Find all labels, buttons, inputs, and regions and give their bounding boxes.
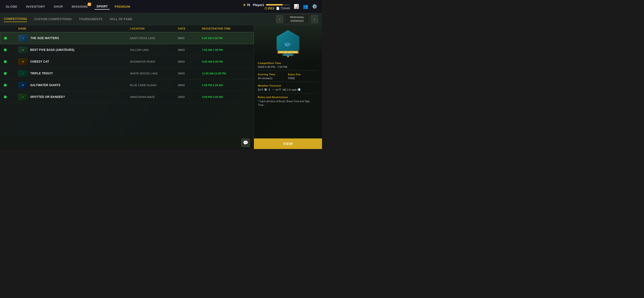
comp-name-5: SALTWATER GIANTS <box>30 83 60 87</box>
comp-name-4: TRIPLE TROUT! <box>30 72 53 75</box>
nav-item-missions[interactable]: MISSIONS 78 <box>70 4 90 9</box>
comp-logo-4: 🎣 <box>18 70 28 77</box>
active-indicator-6 <box>4 95 7 98</box>
comp-logo-6: 🐟 <box>18 94 28 100</box>
details-info: Competition Time 03/09 5:00 PM - 7:00 PM… <box>254 59 322 138</box>
row-indicator-5 <box>4 84 18 87</box>
chat-icon-container: 💬 <box>0 136 254 149</box>
nav-item-premium[interactable]: PREMIUM <box>114 5 130 9</box>
comp-date-4: 09/03 <box>178 72 202 75</box>
competition-row-best-five-bass[interactable]: 🐠 BEST FIVE BASS (AMATEURS) FALCON LAKE … <box>0 44 254 56</box>
top-icons: 📊 👥 ⚙️ <box>293 3 318 10</box>
comp-logo-1: 🐟 <box>18 35 28 42</box>
comp-date-2: 09/03 <box>178 49 202 51</box>
competition-row-triple-trout[interactable]: 🎣 TRIPLE TROUT! WHITE MOOSE LAKE 09/03 1… <box>0 68 254 79</box>
scoring-time-label: Scoring Time <box>258 73 288 76</box>
date-prev-button[interactable]: ‹ <box>276 15 283 23</box>
competition-row-size-matters[interactable]: 🐟 THE SIZE MATTERS SAINT-CROIX LAKE 09/0… <box>0 32 254 44</box>
comp-location-4: WHITE MOOSE LAKE <box>130 72 178 75</box>
comp-location-1: SAINT-CROIX LAKE <box>130 37 178 40</box>
active-indicator-2 <box>4 49 7 51</box>
active-indicator-4 <box>4 72 7 75</box>
scoring-entry-row: Scoring Time 30 minute(s) Entry Fee FREE <box>258 73 318 82</box>
xp-bar-container <box>266 4 290 6</box>
comp-logo-2: 🐠 <box>18 47 28 53</box>
nav-item-inventory[interactable]: INVENTORY <box>24 4 47 9</box>
date-nav: ‹ Wednesday, 03/09/2022 › <box>276 14 318 24</box>
badge-title: THE SIZE MATTERS <box>278 51 298 54</box>
player-stats: 2513 📄 719446 <box>264 7 290 10</box>
date-display: Wednesday, 03/09/2022 <box>285 14 309 24</box>
row-indicator-1 <box>4 37 18 40</box>
tab-competitions[interactable]: COMPETITIONS <box>4 16 27 22</box>
tab-tournaments[interactable]: TOURNAMENTS <box>79 17 102 22</box>
badge-star: ★ <box>286 54 290 58</box>
date-next-button[interactable]: › <box>311 15 318 23</box>
competition-time-label: Competition Time <box>258 62 318 65</box>
comp-time-1: 5:00 AM-5:00 PM <box>202 37 250 40</box>
tab-custom-competitions[interactable]: CUSTOM COMPETITIONS <box>34 17 72 22</box>
nav-item-sport[interactable]: SPORT <box>95 4 110 10</box>
header-indicator <box>4 27 18 30</box>
name-cell-1: 🐟 THE SIZE MATTERS <box>18 35 130 42</box>
comp-name-3: CHEESY CAT <box>30 60 49 63</box>
coin-balance: 2513 <box>264 7 274 10</box>
comp-time-5: 1:00 PM-1:00 AM <box>202 84 250 87</box>
entry-fee-value: FREE <box>288 77 318 80</box>
nav-item-globe[interactable]: GLOBE <box>4 4 20 9</box>
app-container: GLOBE INVENTORY SHOP MISSIONS 78 SPORT P… <box>0 0 322 149</box>
weather-wind: NE 2.0 mph 💨 <box>283 88 301 91</box>
tab-hall-of-fame[interactable]: HALL OF FAME <box>110 17 132 22</box>
leaderboard-icon[interactable]: 📊 <box>293 3 300 10</box>
comp-name-1: THE SIZE MATTERS <box>30 37 59 40</box>
xp-bar <box>266 4 283 6</box>
comp-badge-area: 🐟 THE SIZE MATTERS Saint-Croix ★ <box>254 25 322 59</box>
weather-label: Weather Forecast <box>258 84 318 87</box>
currency-balance: 📄 719446 <box>276 7 290 10</box>
comp-location-5: BLUE CRAB ISLAND <box>130 84 178 87</box>
comp-time-2: 7:00 AM-7:00 PM <box>202 49 250 51</box>
nav-links: GLOBE INVENTORY SHOP MISSIONS 78 SPORT P… <box>4 4 243 10</box>
competition-time-value: 03/09 5:00 PM - 7:00 PM <box>258 66 318 71</box>
rules-label: Rules and Restrictions <box>258 96 318 99</box>
row-indicator-3 <box>4 60 18 63</box>
comp-date-5: 09/03 <box>178 84 202 87</box>
main-content: Name Location Date Registration Time 🐟 T… <box>0 25 322 149</box>
competitions-panel: Name Location Date Registration Time 🐟 T… <box>0 25 254 149</box>
comp-location-2: FALCON LAKE <box>130 49 178 51</box>
row-indicator-2 <box>4 49 18 51</box>
comp-date-6: 10/03 <box>178 95 202 98</box>
competition-row-spotted-or-banded[interactable]: 🐟 SPOTTED OR BANDED? AMAZONIAN MAZE 10/0… <box>0 91 254 103</box>
comp-logo-3: 🐱 <box>18 58 28 65</box>
name-cell-5: 🌊 SALTWATER GIANTS <box>18 82 130 89</box>
player-info: 70 Player1 2513 📄 719446 <box>243 3 290 10</box>
table-header: Name Location Date Registration Time <box>0 25 254 32</box>
top-nav: GLOBE INVENTORY SHOP MISSIONS 78 SPORT P… <box>0 0 322 13</box>
view-button[interactable]: VIEW <box>254 138 322 149</box>
chat-icon[interactable]: 💬 <box>241 138 250 147</box>
player-name: 70 Player1 <box>243 3 290 7</box>
scoring-col: Scoring Time 30 minute(s) <box>258 73 288 80</box>
rules-text: * Catch all forms of Brook, Brown Trout … <box>258 100 318 107</box>
friends-icon[interactable]: 👥 <box>302 3 309 10</box>
row-indicator-6 <box>4 95 18 98</box>
nav-item-shop[interactable]: SHOP <box>52 4 65 9</box>
comp-time-6: 3:00 PM-3:00 AM <box>202 95 250 98</box>
active-indicator-5 <box>4 84 7 87</box>
weather-temp1: 50°F ❄️ 🌡 <box>258 88 271 91</box>
comp-date-1: 09/03 <box>178 37 202 40</box>
weather-row: 50°F ❄️ 🌡 〰 41°F NE 2.0 mph 💨 <box>258 88 318 93</box>
comp-name-6: SPOTTED OR BANDED? <box>30 95 65 99</box>
comp-time-3: 9:00 AM-9:00 PM <box>202 60 250 63</box>
entry-fee-label: Entry Fee <box>288 73 318 76</box>
competitions-list: 🐟 THE SIZE MATTERS SAINT-CROIX LAKE 09/0… <box>0 32 254 136</box>
sub-nav: COMPETITIONS CUSTOM COMPETITIONS TOURNAM… <box>0 13 322 25</box>
name-cell-6: 🐟 SPOTTED OR BANDED? <box>18 94 130 100</box>
name-cell-4: 🎣 TRIPLE TROUT! <box>18 70 130 77</box>
header-registration: Registration Time <box>202 27 250 30</box>
competition-row-saltwater-giants[interactable]: 🌊 SALTWATER GIANTS BLUE CRAB ISLAND 09/0… <box>0 79 254 91</box>
top-right: 70 Player1 2513 📄 719446 📊 👥 <box>243 3 318 10</box>
settings-icon[interactable]: ⚙️ <box>311 3 318 10</box>
details-panel: 🐟 THE SIZE MATTERS Saint-Croix ★ Competi… <box>254 25 322 149</box>
competition-row-cheesy-cat[interactable]: 🐱 CHEESY CAT MUDWATER RIVER 09/03 9:00 A… <box>0 56 254 68</box>
